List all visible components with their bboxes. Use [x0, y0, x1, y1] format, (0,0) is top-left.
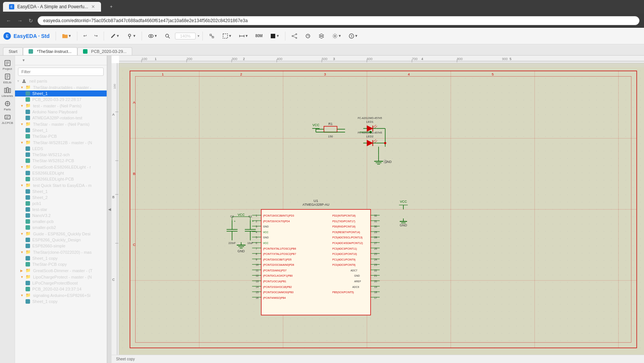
- tree-item-26[interactable]: ESP8266_Quickly_Design: [15, 237, 107, 243]
- tree-item-19[interactable]: Sheet_2: [15, 194, 107, 200]
- history-button[interactable]: [302, 32, 314, 41]
- svg-text:(PCINT0/CLKO/ICP1)PB0: (PCINT0/CLKO/ICP1)PB0: [263, 274, 293, 277]
- tree-item-33[interactable]: LiPoChargeProtectBoost: [15, 280, 107, 286]
- snap-button[interactable]: [206, 32, 218, 41]
- tree-item-22[interactable]: NanoV3.2: [15, 212, 107, 218]
- svg-rect-34: [7, 87, 8, 93]
- tree-item-13[interactable]: TheStar-WS2812-PCB: [15, 158, 107, 164]
- canvas-status-bar: Sheet copy: [112, 355, 644, 363]
- canvas-content[interactable]: 1 2 3 4 5 A B C R1 150: [119, 63, 644, 363]
- layers-button[interactable]: [315, 32, 327, 41]
- tree-item-36[interactable]: Sheet_1 copy: [15, 298, 107, 304]
- svg-text:200: 200: [187, 57, 192, 61]
- tree-item-8[interactable]: Sheet_1: [15, 127, 107, 133]
- close-tab-icon[interactable]: ✕: [91, 4, 95, 9]
- sch-icon-21: [26, 207, 30, 212]
- settings-button[interactable]: ▾: [329, 32, 344, 41]
- svg-marker-21: [319, 36, 324, 38]
- svg-text:12: 12: [256, 274, 259, 277]
- fill-button[interactable]: ▾: [267, 32, 282, 41]
- toolbar-sep-5: [202, 32, 203, 41]
- tree-folder-10[interactable]: ▼ 📁 TheStar-WS2812B - master - (N: [15, 139, 107, 146]
- tree-item-18[interactable]: Sheet_1: [15, 188, 107, 194]
- sidebar-item-eelib[interactable]: EELib: [1, 72, 14, 85]
- tree-item-24[interactable]: smaller-pcb2: [15, 224, 107, 230]
- zoom-level-display[interactable]: 140%: [175, 33, 196, 39]
- tree-item-16[interactable]: ES8266LEDLight-PCB: [15, 176, 107, 182]
- nav-back-button[interactable]: ←: [5, 16, 13, 25]
- undo-button[interactable]: ↩: [80, 32, 90, 40]
- tree-item-12[interactable]: TheStar-WS212-sch: [15, 152, 107, 158]
- url-bar[interactable]: easyeda.com/editor#id=75ac05cb87ad47c688…: [38, 16, 639, 25]
- svg-text:VCC: VCC: [312, 123, 319, 127]
- visibility-button[interactable]: ▾: [145, 32, 160, 41]
- tree-item-30[interactable]: TheStar-PCB copy: [15, 261, 107, 267]
- browser-tab-new[interactable]: +: [104, 2, 119, 12]
- tree-folder-28[interactable]: ▼ 📁 TheStar(clone-07022020) - mas: [15, 249, 107, 255]
- sidebar-item-project[interactable]: Project: [1, 59, 14, 71]
- canvas-area[interactable]: 100 200 300 400 500 600 700 800 900 1: [112, 56, 644, 363]
- measure-button[interactable]: ▾: [236, 32, 251, 41]
- rect-select-button[interactable]: ▾: [219, 32, 234, 41]
- sidebar-item-parts[interactable]: Parts: [1, 99, 14, 112]
- help-button[interactable]: ? ▾: [345, 32, 360, 41]
- tree-item-20[interactable]: pcb1: [15, 200, 107, 206]
- nav-forward-button[interactable]: →: [16, 16, 24, 25]
- zoom-icon: [164, 33, 170, 39]
- tree-item-3[interactable]: PCB_2020-03-29 22:28:17: [15, 96, 107, 102]
- tree-folder-31[interactable]: ▶ 📁 GreatScott-Dimmer - master - (T: [15, 267, 107, 274]
- tree-folder-1[interactable]: ▼ 📁 TheStar-Instructables - master -: [15, 84, 107, 90]
- tree-item-9[interactable]: TheStar-PCB: [15, 133, 107, 139]
- tree-folder-25[interactable]: ▼ 📁 Guide - ESP8266_Quickly Desi: [15, 230, 107, 237]
- tree-folder-14[interactable]: ▼ 📁 GreatScott-ES8266LEDLight - r: [15, 164, 107, 170]
- tree-item-5[interactable]: Arduino Nano Playboard: [15, 109, 107, 115]
- sch-icon-15: [26, 171, 30, 175]
- tree-item-6[interactable]: ATMEGA328P-rotation-test: [15, 115, 107, 121]
- browser-tab-easyeda[interactable]: E EasyEDA - A Simple and Powerfu... ✕: [3, 2, 101, 12]
- zoom-tool-button[interactable]: [161, 32, 173, 41]
- sidebar-item-jlcpcb[interactable]: JLCPCB: [1, 113, 14, 125]
- tree-folder-17[interactable]: ▼ 📁 test Quick Start to EasyEDA - m: [15, 182, 107, 188]
- nav-reload-button[interactable]: ↻: [27, 16, 35, 25]
- tree-item-15[interactable]: ES8266LEDLight: [15, 170, 107, 176]
- sidebar-item-libraries[interactable]: Libraries: [1, 86, 14, 98]
- gear-icon: [332, 33, 338, 39]
- tree-folder-4[interactable]: ▼ 📁 test - master - (Neil Parris): [15, 102, 107, 109]
- place-tool-button[interactable]: ▾: [124, 32, 139, 41]
- svg-text:ADC7: ADC7: [350, 269, 357, 272]
- tab-pcb-label: PCB_2020-03-29...: [91, 49, 127, 54]
- pcb-icon-23: [26, 219, 30, 224]
- sidebar-collapse-handle[interactable]: ◀: [107, 56, 112, 363]
- tab-schematic[interactable]: *TheStar-Instruct...: [23, 47, 77, 55]
- measure-icon: [239, 33, 245, 39]
- svg-text:4: 4: [408, 72, 410, 76]
- item-label-22: NanoV3.2: [32, 213, 51, 218]
- svg-text:100: 100: [113, 84, 116, 89]
- favicon: E: [9, 4, 14, 9]
- tree-folder-35[interactable]: ▼ 📁 signaling Arduino+ESP8266+Si: [15, 292, 107, 298]
- svg-text:(PCINT7/XTAL2/TOSC2)PB7: (PCINT7/XTAL2/TOSC2)PB7: [263, 253, 296, 256]
- sch-tab-icon: [29, 49, 33, 54]
- tree-item-27[interactable]: ESP82660-simple: [15, 243, 107, 249]
- user-node[interactable]: ▼ neil parris: [15, 78, 107, 84]
- filter-input[interactable]: [18, 68, 104, 76]
- tree-folder-7[interactable]: ▼ 📁 TheStar - master - (Neil Parris): [15, 121, 107, 127]
- tree-item-34[interactable]: PCB_2020-02-04 23:37:14: [15, 286, 107, 292]
- svg-text:700: 700: [412, 57, 418, 61]
- redo-button[interactable]: ↪: [91, 32, 101, 40]
- tree-item-2[interactable]: Sheet_1: [15, 90, 107, 96]
- tab-start[interactable]: Start: [3, 47, 23, 55]
- tree-item-29[interactable]: Sheet_1 copy: [15, 255, 107, 261]
- svg-point-137: [384, 142, 386, 144]
- tab-pcb[interactable]: PCB_2020-03-29...: [77, 47, 132, 55]
- share-button[interactable]: [288, 32, 300, 41]
- folder-chevron-10: ▼: [20, 141, 24, 145]
- draw-tool-button[interactable]: ▾: [107, 32, 122, 41]
- tree-item-21[interactable]: test-star: [15, 206, 107, 212]
- file-menu-button[interactable]: ▾: [59, 32, 74, 41]
- tree-item-11[interactable]: LEDS: [15, 146, 107, 152]
- tree-folder-32[interactable]: ▼ 📁 LipoChargeProtect - master - (N: [15, 274, 107, 280]
- tree-item-23[interactable]: smaller-pcb: [15, 218, 107, 224]
- 80m-button[interactable]: 80M: [252, 32, 265, 39]
- svg-text:LED2: LED2: [366, 135, 373, 138]
